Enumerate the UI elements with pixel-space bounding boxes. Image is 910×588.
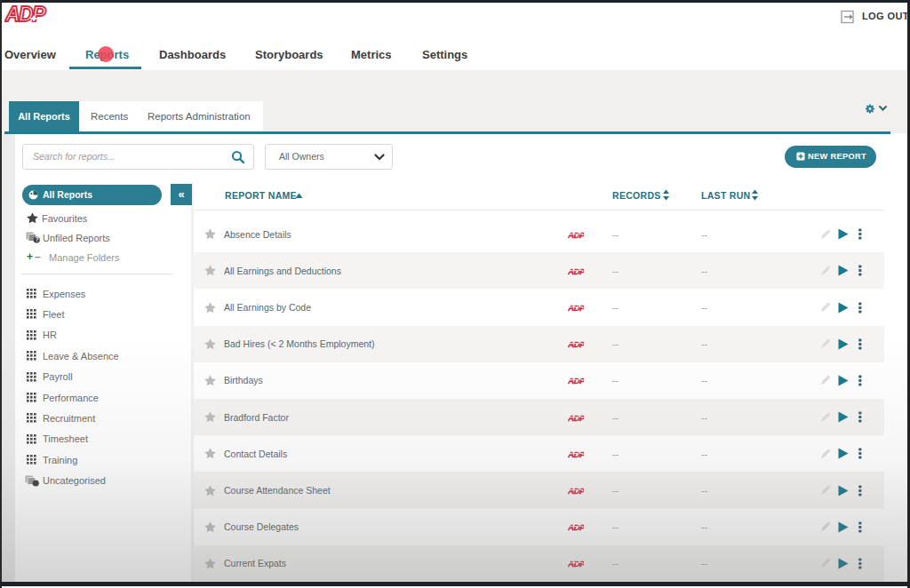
svg-text:ADP: ADP [4,4,46,24]
svg-text:?: ? [36,236,39,242]
